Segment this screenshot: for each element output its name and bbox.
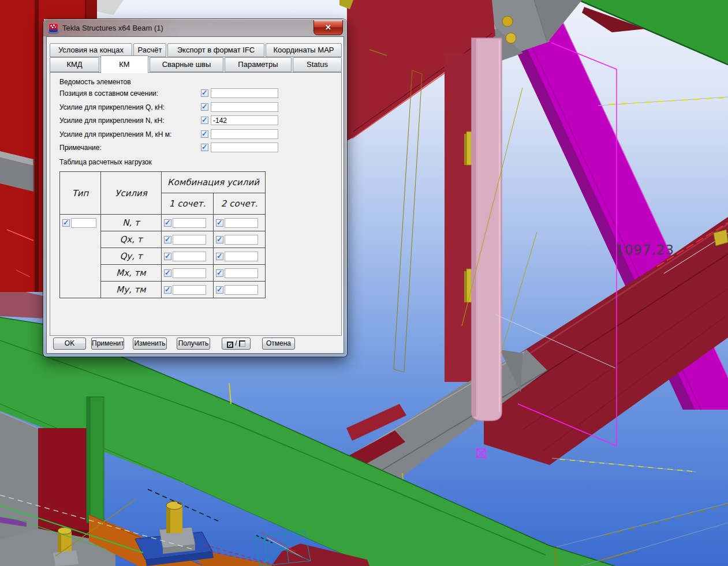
combo2-cell-my xyxy=(214,282,266,298)
combo2-qx-input[interactable] xyxy=(225,235,258,245)
force-n-checkbox[interactable] xyxy=(201,117,208,124)
force-n-label: Усилие для прикрепления N, кН: xyxy=(59,117,164,125)
toggle-separator: / xyxy=(235,339,237,347)
col-header-combo: Комбинация усилий xyxy=(162,172,266,193)
position-label: Позиция в составном сечении: xyxy=(59,89,158,98)
combo1-qy-checkbox[interactable] xyxy=(164,253,171,260)
tab-km[interactable]: КМ xyxy=(100,55,148,73)
beam-properties-dialog: Tekla Structures x64 Beam (1) ✕ Условия … xyxy=(43,19,347,357)
tab-status[interactable]: Status xyxy=(293,57,342,72)
close-icon: ✕ xyxy=(325,23,331,32)
dimension-label: 1097.23 xyxy=(615,242,674,257)
table-row: N, т xyxy=(60,215,266,231)
checked-box-icon: ✓ xyxy=(227,342,233,348)
cancel-button[interactable]: Отмена xyxy=(262,338,295,350)
tab-parameters[interactable]: Параметры xyxy=(225,57,292,72)
force-n-input[interactable] xyxy=(211,115,278,125)
form-row-force-m: Усилие для прикрепления M, кН м: xyxy=(50,129,341,140)
force-name-qy: Qy, т xyxy=(101,248,162,265)
combo2-qy-checkbox[interactable] xyxy=(216,253,223,260)
ok-button[interactable]: OK xyxy=(53,338,86,350)
combo1-qx-input[interactable] xyxy=(173,235,206,245)
modify-button[interactable]: Изменить xyxy=(133,338,167,350)
force-m-input[interactable] xyxy=(211,129,278,139)
type-input[interactable] xyxy=(71,218,96,228)
col-header-type: Тип xyxy=(60,172,101,215)
force-name-n: N, т xyxy=(101,215,162,231)
combo1-my-input[interactable] xyxy=(173,285,206,295)
empty-box-icon xyxy=(239,340,245,347)
loads-table: Тип Усилия Комбинация усилий 1 сочет. 2 … xyxy=(59,171,266,298)
combo2-cell-mx xyxy=(214,265,266,282)
combo1-n-checkbox[interactable] xyxy=(164,219,171,227)
force-q-label: Усилие для прикрепления Q, кН: xyxy=(59,103,165,111)
combo1-cell-qy xyxy=(162,248,214,265)
tab-row-2: КМД КМ Сварные швы Параметры Status xyxy=(50,57,342,73)
form-row-position: Позиция в составном сечении: xyxy=(50,88,341,99)
combo2-my-checkbox[interactable] xyxy=(216,286,223,294)
dialog-client-area: Условия на концах Расчёт Экспорт в форма… xyxy=(46,36,344,354)
dialog-titlebar[interactable]: Tekla Structures x64 Beam (1) xyxy=(43,19,347,36)
crimson-column xyxy=(445,53,473,382)
combo1-n-input[interactable] xyxy=(173,218,206,228)
tab-row-1: Условия на концах Расчёт Экспорт в форма… xyxy=(50,43,342,57)
form-row-force-n: Усилие для прикрепления N, кН: xyxy=(50,115,341,126)
type-checkbox[interactable] xyxy=(62,219,70,227)
close-button[interactable]: ✕ xyxy=(313,20,343,35)
col-header-forces: Усилия xyxy=(101,172,162,215)
form-row-note: Примечание: xyxy=(50,143,341,153)
force-m-label: Усилие для прикрепления M, кН м: xyxy=(59,130,171,138)
tekla-logo-icon xyxy=(48,23,58,33)
km-tab-panel: Ведомость элементов Позиция в составном … xyxy=(50,72,342,336)
position-checkbox[interactable] xyxy=(201,89,208,97)
combo2-cell-n xyxy=(214,215,266,231)
force-q-input[interactable] xyxy=(211,102,278,112)
tab-kmd[interactable]: КМД xyxy=(50,57,99,72)
combo1-mx-checkbox[interactable] xyxy=(164,269,171,277)
combo2-cell-qx xyxy=(214,231,266,248)
tab-ifc-export[interactable]: Экспорт в формат IFC xyxy=(167,43,264,57)
combo1-cell-mx xyxy=(162,265,214,282)
col-header-combo1: 1 сочет. xyxy=(162,193,214,215)
toggle-all-checkboxes-button[interactable]: ✓ / xyxy=(222,338,251,350)
note-input[interactable] xyxy=(211,143,278,152)
get-button[interactable]: Получить xyxy=(177,338,210,350)
tab-map-coordinates[interactable]: Координаты MAP xyxy=(266,43,342,57)
dialog-title: Tekla Structures x64 Beam (1) xyxy=(62,24,163,32)
force-m-checkbox[interactable] xyxy=(201,130,208,138)
combo2-mx-checkbox[interactable] xyxy=(216,269,223,277)
force-name-mx: Mx, тм xyxy=(101,265,162,282)
force-name-my: My, тм xyxy=(101,282,162,298)
combo1-mx-input[interactable] xyxy=(173,268,206,278)
type-cell xyxy=(60,215,101,298)
combo2-qx-checkbox[interactable] xyxy=(216,236,223,243)
apply-button[interactable]: Применить xyxy=(91,338,124,350)
note-label: Примечание: xyxy=(59,144,102,152)
combo1-cell-my xyxy=(162,282,214,298)
section-elements-label: Ведомость элементов xyxy=(59,78,131,86)
tab-welds[interactable]: Сварные швы xyxy=(150,57,223,72)
combo2-mx-input[interactable] xyxy=(225,268,258,278)
combo1-cell-n xyxy=(162,215,214,231)
force-name-qx: Qx, т xyxy=(101,231,162,248)
section-loads-label: Таблица расчетных нагрузок xyxy=(59,158,152,166)
combo2-n-input[interactable] xyxy=(225,218,258,228)
position-input[interactable] xyxy=(211,88,278,98)
combo1-qx-checkbox[interactable] xyxy=(164,236,171,243)
combo2-n-checkbox[interactable] xyxy=(216,219,223,227)
col-header-combo2: 2 сочет. xyxy=(214,193,266,215)
combo2-my-input[interactable] xyxy=(225,285,258,295)
combo1-my-checkbox[interactable] xyxy=(164,286,171,294)
note-checkbox[interactable] xyxy=(201,144,208,151)
combo2-qy-input[interactable] xyxy=(225,252,258,261)
combo1-qy-input[interactable] xyxy=(173,252,206,261)
combo1-cell-qx xyxy=(162,231,214,248)
force-q-checkbox[interactable] xyxy=(201,103,208,111)
form-row-force-q: Усилие для прикрепления Q, кН: xyxy=(50,102,341,113)
combo2-cell-qy xyxy=(214,248,266,265)
